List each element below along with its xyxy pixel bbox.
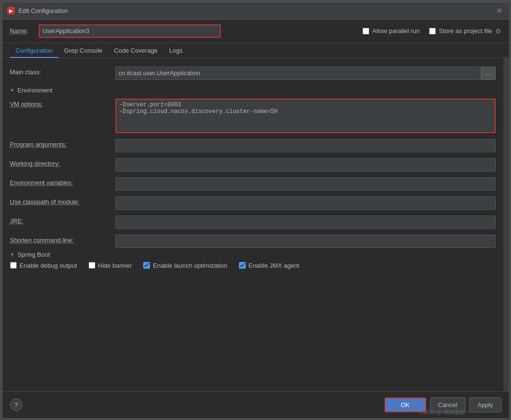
jre-row: JRE: bbox=[10, 213, 496, 232]
launch-optimization-checkbox[interactable] bbox=[143, 262, 150, 269]
use-classpath-input[interactable] bbox=[115, 196, 496, 210]
main-panel: Main class: ... ▼ Environment VM options… bbox=[2, 58, 503, 391]
environment-variables-input[interactable] bbox=[115, 177, 496, 191]
debug-output-label: Enable debug output bbox=[20, 262, 77, 269]
tab-configuration[interactable]: Configuration bbox=[10, 43, 58, 58]
spring-boot-options: Enable debug output Hide banner Enable l… bbox=[10, 262, 496, 269]
use-classpath-row: Use classpath of module: bbox=[10, 193, 496, 213]
vm-options-label: VM options: bbox=[10, 99, 115, 108]
edit-configuration-dialog: ▶ Edit Configuration ✕ Name: Allow paral… bbox=[2, 2, 510, 419]
shorten-command-line-row: Shorten command line: bbox=[10, 232, 496, 251]
working-directory-input[interactable] bbox=[115, 158, 496, 171]
close-button[interactable]: ✕ bbox=[494, 6, 504, 15]
debug-output-group: Enable debug output bbox=[10, 262, 77, 269]
hide-banner-checkbox[interactable] bbox=[89, 262, 95, 269]
jre-input[interactable] bbox=[115, 216, 496, 229]
launch-optimization-label: Enable launch optimization bbox=[153, 262, 227, 269]
main-class-row: Main class: ... bbox=[10, 64, 496, 83]
name-options: Allow parallel run Store as project file… bbox=[363, 27, 501, 35]
name-label: Name: bbox=[10, 27, 34, 34]
jmx-agent-group: Enable JMX agent bbox=[239, 262, 299, 269]
name-row: Name: Allow parallel run Store as projec… bbox=[2, 20, 509, 43]
parallel-run-group: Allow parallel run bbox=[363, 27, 420, 34]
use-classpath-label: Use classpath of module: bbox=[10, 196, 115, 205]
jmx-agent-checkbox[interactable] bbox=[239, 262, 246, 269]
program-arguments-row: Program arguments: bbox=[10, 136, 496, 155]
program-arguments-label: Program arguments: bbox=[10, 139, 115, 148]
spring-boot-label: Spring Boot bbox=[17, 251, 50, 258]
jmx-agent-label: Enable JMX agent bbox=[249, 262, 299, 269]
apply-button[interactable]: Apply bbox=[469, 397, 501, 412]
parallel-run-checkbox[interactable] bbox=[363, 28, 369, 34]
parallel-run-label: Allow parallel run bbox=[372, 27, 420, 34]
dialog-title: Edit Configuration bbox=[19, 7, 494, 14]
environment-variables-label: Environment variables: bbox=[10, 177, 115, 186]
hide-banner-label: Hide banner bbox=[98, 262, 132, 269]
main-class-browse-button[interactable]: ... bbox=[481, 67, 496, 80]
working-directory-label: Working directory: bbox=[10, 158, 115, 167]
tab-logs[interactable]: Logs bbox=[163, 43, 188, 58]
main-class-input[interactable] bbox=[115, 67, 481, 80]
tab-code-coverage[interactable]: Code Coverage bbox=[108, 43, 163, 58]
spring-boot-section-header: ▼ Spring Boot bbox=[10, 251, 496, 258]
name-input[interactable] bbox=[39, 24, 221, 38]
environment-section-header: ▼ Environment bbox=[10, 83, 496, 96]
main-class-label: Main class: bbox=[10, 67, 115, 76]
store-project-checkbox[interactable] bbox=[429, 28, 436, 34]
tabs-row: Configuration Grep Console Code Coverage… bbox=[2, 43, 509, 58]
vm-options-input[interactable]: -Dserver.port=8083 -Dspring.cloud.nacos.… bbox=[115, 99, 496, 133]
tab-grep-console[interactable]: Grep Console bbox=[58, 43, 108, 58]
environment-triangle-icon: ▼ bbox=[10, 88, 15, 93]
help-button[interactable]: ? bbox=[10, 398, 23, 411]
shorten-command-line-input[interactable] bbox=[115, 235, 496, 248]
shorten-command-line-label: Shorten command line: bbox=[10, 235, 115, 244]
debug-output-checkbox[interactable] bbox=[10, 262, 17, 269]
environment-label: Environment bbox=[17, 87, 52, 94]
scrollbar[interactable] bbox=[503, 58, 509, 391]
content-area: Main class: ... ▼ Environment VM options… bbox=[2, 58, 509, 391]
jre-label: JRE: bbox=[10, 216, 115, 225]
watermark: CSDN @↑紫风魅影↗ bbox=[420, 409, 471, 416]
hide-banner-group: Hide banner bbox=[89, 262, 132, 269]
title-bar: ▶ Edit Configuration ✕ bbox=[2, 2, 509, 20]
environment-variables-row: Environment variables: bbox=[10, 174, 496, 193]
spring-boot-triangle-icon: ▼ bbox=[10, 252, 15, 257]
vm-options-row: VM options: -Dserver.port=8083 -Dspring.… bbox=[10, 96, 496, 136]
launch-optimization-group: Enable launch optimization bbox=[143, 262, 227, 269]
gear-icon[interactable]: ⚙ bbox=[495, 27, 501, 35]
app-icon: ▶ bbox=[7, 7, 15, 14]
store-project-group: Store as project file ⚙ bbox=[429, 27, 501, 35]
program-arguments-input[interactable] bbox=[115, 139, 496, 152]
working-directory-row: Working directory: bbox=[10, 155, 496, 174]
store-project-label: Store as project file bbox=[439, 27, 492, 34]
